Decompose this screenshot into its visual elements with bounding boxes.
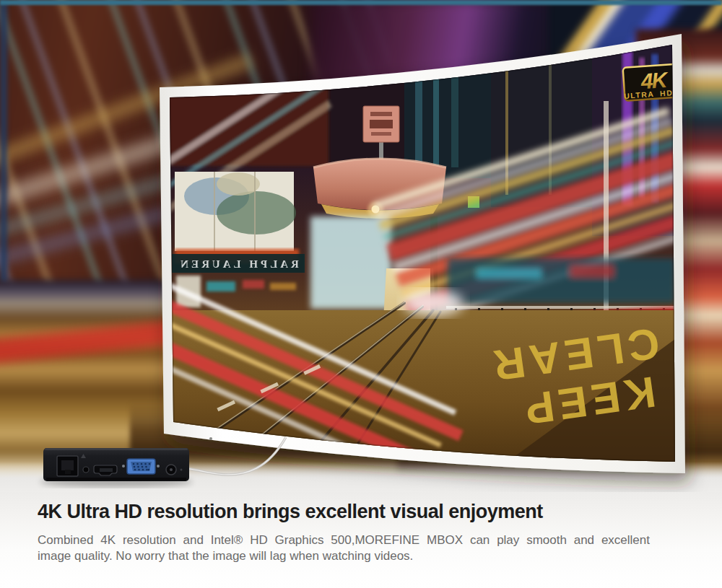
svg-text:HD: HD <box>660 88 674 97</box>
tv-box-device <box>40 448 193 487</box>
arcade-glow <box>310 216 391 309</box>
page-title: 4K Ultra HD resolution brings excellent … <box>38 501 722 523</box>
text-section: 4K Ultra HD resolution brings excellent … <box>0 492 722 588</box>
svg-text:RALPH LAUREN: RALPH LAUREN <box>178 258 299 270</box>
description: Combined 4K resolution and Intel® HD Gra… <box>38 532 650 565</box>
audio-jack <box>83 467 89 473</box>
billboard-mural <box>175 172 296 251</box>
product-banner: RALPH LAUREN <box>0 0 722 588</box>
hero-photo: RALPH LAUREN <box>0 0 722 492</box>
ethernet-port <box>57 456 78 476</box>
tv-screen-street-scene: RALPH LAUREN <box>107 45 708 491</box>
description-line-1: Combined 4K resolution and Intel® HD Gra… <box>38 532 650 548</box>
vga-port <box>122 459 160 474</box>
tv-power-led <box>209 437 212 440</box>
headlight-glow <box>403 290 464 316</box>
description-line-2: image quality. No worry that the image w… <box>38 548 650 564</box>
storefront-sign: RALPH LAUREN <box>172 254 305 273</box>
shopfront-blur-right <box>448 258 675 303</box>
tv-and-device-scene: RALPH LAUREN <box>0 0 722 492</box>
